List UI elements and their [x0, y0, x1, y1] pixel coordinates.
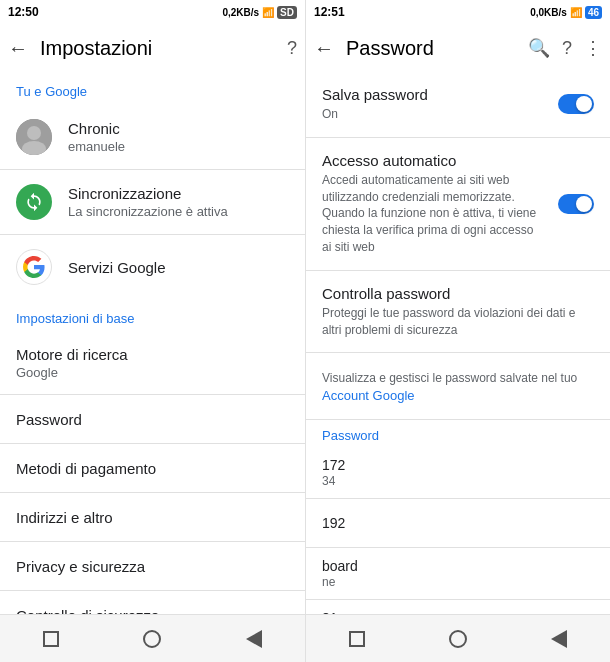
r-square-icon	[349, 631, 365, 647]
left-help-icon[interactable]: ?	[287, 38, 297, 59]
right-bottom-nav	[306, 614, 610, 662]
check-password-sub: Proteggi le tue password da violazioni d…	[322, 305, 594, 339]
right-action-icons: 🔍 ? ⋮	[528, 37, 602, 59]
right-panel: 12:51 0,0KB/s 📶 46 ← Password 🔍 ? ⋮ Salv…	[305, 0, 610, 662]
left-nav-back[interactable]	[240, 625, 268, 653]
left-bottom-nav	[0, 614, 305, 662]
sync-item[interactable]: Sincronizzazione La sincronizzazione è a…	[0, 170, 305, 234]
save-password-text-block: Salva password On	[322, 86, 428, 123]
auto-login-title: Accesso automatico	[322, 152, 546, 169]
left-page-title: Impostazioni	[40, 37, 275, 60]
view-google-item[interactable]: Visualizza e gestisci le password salvat…	[306, 353, 610, 419]
left-nav-circle[interactable]	[138, 625, 166, 653]
right-nav-back[interactable]	[545, 625, 573, 653]
save-password-title: Salva password	[322, 86, 428, 103]
addresses-item[interactable]: Indirizzi e altro	[0, 493, 305, 541]
right-search-icon[interactable]: 🔍	[528, 37, 550, 59]
right-scroll-area: Salva password On Accesso automatico Acc…	[306, 72, 610, 614]
section-label-base: Impostazioni di base	[0, 299, 305, 332]
left-back-button[interactable]: ←	[8, 37, 28, 60]
right-status-bar: 12:51 0,0KB/s 📶 46	[306, 0, 610, 24]
google-services-text: Servizi Google	[68, 259, 289, 276]
sync-title: Sincronizzazione	[68, 185, 289, 202]
pe-site-192: 192	[322, 515, 594, 531]
right-time: 12:51	[314, 5, 345, 19]
auto-login-item[interactable]: Accesso automatico Accedi automaticament…	[306, 138, 610, 270]
r-circle-icon	[449, 630, 467, 648]
left-time: 12:50	[8, 5, 39, 19]
profile-sub: emanuele	[68, 139, 289, 154]
left-scroll-area: Tu e Google Chronic emanuele	[0, 72, 305, 614]
check-password-item[interactable]: Controlla password Proteggi le tue passw…	[306, 271, 610, 353]
right-top-bar: ← Password 🔍 ? ⋮	[306, 24, 610, 72]
google-services-title: Servizi Google	[68, 259, 289, 276]
profile-text: Chronic emanuele	[68, 120, 289, 154]
password-entry-81[interactable]: 81 zi	[306, 600, 610, 614]
profile-name: Chronic	[68, 120, 289, 137]
google-icon	[16, 249, 52, 285]
sync-text: Sincronizzazione La sincronizzazione è a…	[68, 185, 289, 219]
password-title: Password	[16, 411, 289, 428]
google-services-item[interactable]: Servizi Google	[0, 235, 305, 299]
payment-item[interactable]: Metodi di pagamento	[0, 444, 305, 492]
view-google-text: Visualizza e gestisci le password salvat…	[322, 370, 594, 405]
payment-title: Metodi di pagamento	[16, 460, 289, 477]
auto-login-toggle[interactable]	[558, 194, 594, 214]
left-action-icons: ?	[287, 38, 297, 59]
password-item[interactable]: Password	[0, 395, 305, 443]
avatar	[16, 119, 52, 155]
sync-sub: La sincronizzazione è attiva	[68, 204, 289, 219]
save-password-sub: On	[322, 106, 428, 123]
pe-user-34: 34	[322, 474, 594, 488]
r-back-icon	[551, 630, 567, 648]
password-entry-172[interactable]: 172 34	[306, 447, 610, 498]
pe-user-board: ne	[322, 575, 594, 589]
left-panel: 12:50 0,2KB/s 📶 SD ← Impostazioni ? Tu e…	[0, 0, 305, 662]
privacy-title: Privacy e sicurezza	[16, 558, 289, 575]
save-password-toggle[interactable]	[558, 94, 594, 114]
password-entry-192[interactable]: 192	[306, 499, 610, 547]
sync-icon	[16, 184, 52, 220]
privacy-item[interactable]: Privacy e sicurezza	[0, 542, 305, 590]
left-nav-square[interactable]	[37, 625, 65, 653]
addresses-title: Indirizzi e altro	[16, 509, 289, 526]
account-google-link[interactable]: Account Google	[322, 388, 415, 403]
pe-site-172: 172	[322, 457, 594, 473]
left-top-bar: ← Impostazioni ?	[0, 24, 305, 72]
right-status-icons: 0,0KB/s 📶 46	[530, 6, 602, 19]
right-help-icon[interactable]: ?	[562, 38, 572, 59]
save-password-row: Salva password On	[322, 86, 594, 123]
search-engine-item[interactable]: Motore di ricerca Google	[0, 332, 305, 394]
security-check-item[interactable]: Controllo di sicurezza	[0, 591, 305, 614]
circle-icon	[143, 630, 161, 648]
square-icon	[43, 631, 59, 647]
left-status-icons: 0,2KB/s 📶 SD	[222, 6, 297, 19]
auto-login-sub: Accedi automaticamente ai siti web utili…	[322, 172, 546, 256]
right-nav-square[interactable]	[343, 625, 371, 653]
right-nav-circle[interactable]	[444, 625, 472, 653]
search-engine-title: Motore di ricerca	[16, 346, 289, 363]
left-status-bar: 12:50 0,2KB/s 📶 SD	[0, 0, 305, 24]
right-more-icon[interactable]: ⋮	[584, 37, 602, 59]
auto-login-row: Accesso automatico Accedi automaticament…	[322, 152, 594, 256]
search-engine-sub: Google	[16, 365, 289, 380]
profile-item[interactable]: Chronic emanuele	[0, 105, 305, 169]
r-section-label-password: Password	[306, 420, 610, 447]
right-page-title: Password	[346, 37, 516, 60]
right-back-button[interactable]: ←	[314, 37, 334, 60]
save-password-item[interactable]: Salva password On	[306, 72, 610, 137]
back-icon	[246, 630, 262, 648]
pe-site-board: board	[322, 558, 594, 574]
section-label-tu-e-google: Tu e Google	[0, 72, 305, 105]
check-password-title: Controlla password	[322, 285, 594, 302]
auto-login-text-block: Accesso automatico Accedi automaticament…	[322, 152, 558, 256]
svg-point-1	[27, 126, 41, 140]
password-entry-board[interactable]: board ne	[306, 548, 610, 599]
security-check-title: Controllo di sicurezza	[16, 607, 289, 615]
